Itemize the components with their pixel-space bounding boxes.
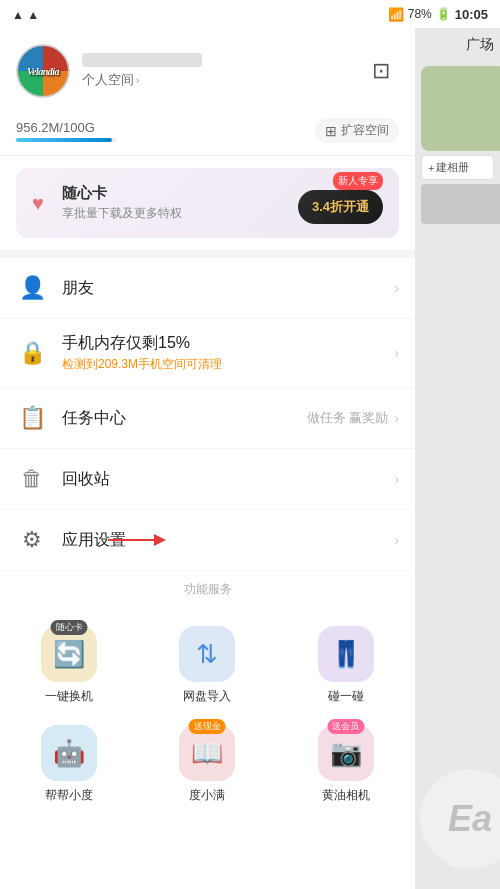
guangchang-label: 广场	[466, 36, 494, 54]
helper-icon: 🤖	[53, 738, 85, 769]
heart-icon: ♥	[32, 192, 54, 214]
func-badge-switch: 随心卡	[51, 620, 88, 635]
menu-item-recycle[interactable]: 🗑 回收站 ›	[0, 449, 415, 510]
profile-header: Velandia 个人空间 › ⊡	[0, 28, 415, 110]
vip-open-button[interactable]: 3.4折开通	[298, 190, 383, 224]
vip-title: 随心卡	[62, 184, 182, 203]
status-bar: ▲ ▲ 📶 78% 🔋 10:05	[0, 0, 500, 28]
chevron-right-icon: ›	[136, 75, 139, 86]
vip-card[interactable]: ♥ 随心卡 享批量下载及更多特权 新人专享 3.4折开通	[16, 168, 399, 238]
menu-item-friends[interactable]: 👤 朋友 ›	[0, 258, 415, 319]
storage-bar-fill	[16, 138, 112, 142]
main-layout: Velandia 个人空间 › ⊡ 956.2M/100G	[0, 28, 500, 889]
menu-title-friends: 朋友	[62, 278, 394, 299]
vip-desc: 享批量下载及更多特权	[62, 205, 182, 222]
storage-section: 956.2M/100G ⊞ 扩容空间	[0, 110, 415, 156]
func-badge-duxiaoman: 送现金	[189, 719, 226, 734]
right-panel: 广场 + 建相册 Ea	[415, 28, 500, 889]
recycle-icon: 🗑	[21, 466, 43, 492]
storage-bar-track	[16, 138, 116, 142]
func-item-netdisk-import[interactable]: ⇅ 网盘导入	[138, 616, 276, 715]
wifi-icon: ▲ ▲	[12, 8, 39, 22]
task-right-text: 做任务 赢奖励	[307, 409, 389, 427]
bump-icon: 👖	[330, 639, 362, 670]
right-image-2	[421, 184, 500, 224]
wifi-status-icon: 📶	[388, 7, 404, 22]
menu-item-storage-warning[interactable]: 🔒 手机内存仅剩15% 检测到209.3M手机空间可清理 ›	[0, 319, 415, 388]
chevron-icon-storage: ›	[394, 345, 399, 361]
menu-title-storage-warning: 手机内存仅剩15%	[62, 333, 394, 354]
func-badge-butter-camera: 送会员	[327, 719, 364, 734]
profile-info: 个人空间 ›	[82, 53, 202, 89]
func-label-helper: 帮帮小度	[45, 787, 93, 804]
func-item-duxiaoman[interactable]: 送现金 📖 度小满	[138, 715, 276, 814]
battery-icon: 🔋	[436, 7, 451, 21]
expand-icon: ⊞	[325, 123, 337, 139]
qr-scan-icon: ⊡	[372, 58, 390, 84]
butter-camera-icon: 📷	[330, 738, 362, 769]
function-services-label: 功能服务	[0, 571, 415, 606]
left-panel: Velandia 个人空间 › ⊡ 956.2M/100G	[0, 28, 415, 889]
switch-icon: 🔄	[53, 639, 85, 670]
scan-button[interactable]: ⊡	[363, 53, 399, 89]
create-album-btn[interactable]: + 建相册	[421, 155, 494, 180]
menu-list: 👤 朋友 › 🔒 手机内存仅剩15% 检测到209.3M手机空间可清理	[0, 258, 415, 571]
func-label-switch: 一键换机	[45, 688, 93, 705]
func-label-netdisk-import: 网盘导入	[183, 688, 231, 705]
divider-1	[0, 250, 415, 258]
chevron-icon-recycle: ›	[394, 471, 399, 487]
func-item-butter-camera[interactable]: 送会员 📷 黄油相机	[277, 715, 415, 814]
avatar-logo: Velandia	[16, 44, 70, 98]
menu-title-task: 任务中心	[62, 408, 307, 429]
func-label-duxiaoman: 度小满	[189, 787, 225, 804]
new-user-badge: 新人专享	[333, 172, 383, 190]
func-item-bump[interactable]: 👖 碰一碰	[277, 616, 415, 715]
status-left-space: ▲ ▲	[12, 7, 382, 22]
func-item-switch[interactable]: 随心卡 🔄 一键换机	[0, 616, 138, 715]
func-item-helper[interactable]: 🤖 帮帮小度	[0, 715, 138, 814]
vip-btn-wrap: 新人专享 3.4折开通	[298, 182, 383, 224]
plus-icon: +	[428, 162, 434, 174]
right-top-bar: 广场	[415, 28, 500, 62]
profile-left: Velandia 个人空间 ›	[16, 44, 202, 98]
right-image-1	[421, 66, 500, 151]
battery-percent: 78%	[408, 7, 432, 21]
duxiaoman-icon: 📖	[191, 738, 223, 769]
red-arrow-annotation	[100, 528, 180, 552]
task-center-icon: 📋	[19, 405, 46, 431]
friends-icon: 👤	[19, 275, 46, 301]
avatar[interactable]: Velandia	[16, 44, 70, 98]
username-placeholder	[82, 53, 202, 67]
storage-warning-icon: 🔒	[19, 340, 46, 366]
status-time: 10:05	[455, 7, 488, 22]
menu-subtitle-storage-warning: 检测到209.3M手机空间可清理	[62, 356, 394, 373]
netdisk-import-icon: ⇅	[196, 639, 218, 670]
chevron-icon-settings: ›	[394, 532, 399, 548]
menu-item-settings[interactable]: ⚙ 应用设置 ›	[0, 510, 415, 571]
function-grid: 随心卡 🔄 一键换机 ⇅ 网盘导入 👖 碰一碰	[0, 606, 415, 828]
storage-text: 956.2M/100G	[16, 120, 116, 135]
func-label-butter-camera: 黄油相机	[322, 787, 370, 804]
chevron-icon-friends: ›	[394, 280, 399, 296]
chevron-icon-task: ›	[394, 410, 399, 426]
settings-icon: ⚙	[22, 527, 42, 553]
func-label-bump: 碰一碰	[328, 688, 364, 705]
personal-space-link[interactable]: 个人空间 ›	[82, 71, 202, 89]
menu-item-task-center[interactable]: 📋 任务中心 做任务 赢奖励 ›	[0, 388, 415, 449]
menu-title-recycle: 回收站	[62, 469, 394, 490]
ea-decorative-text: Ea	[420, 769, 500, 869]
expand-storage-button[interactable]: ⊞ 扩容空间	[315, 118, 399, 143]
